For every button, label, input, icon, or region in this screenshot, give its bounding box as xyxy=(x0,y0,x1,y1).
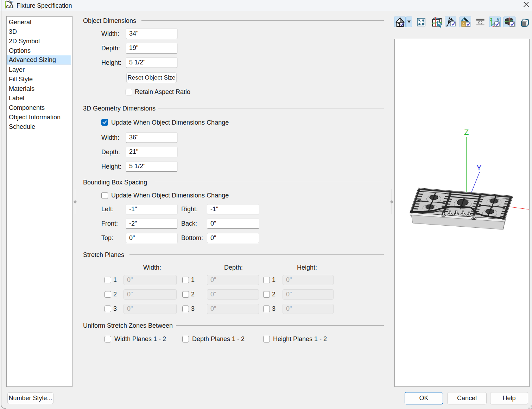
svg-text:y: y xyxy=(497,17,500,22)
svg-text:Y: Y xyxy=(476,163,482,172)
svg-text:X17: X17 xyxy=(11,1,13,3)
svg-text:z: z xyxy=(490,17,493,22)
svg-text:CA: CA xyxy=(6,5,12,9)
svg-text:Z: Z xyxy=(464,128,469,137)
